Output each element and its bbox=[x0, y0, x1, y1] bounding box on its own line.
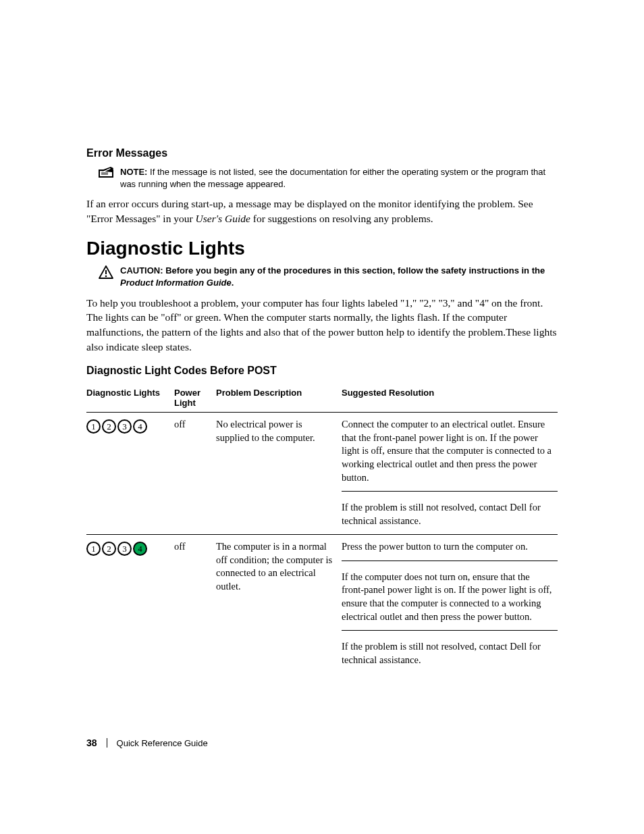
cell-desc: No electrical power is supplied to the c… bbox=[216, 413, 342, 492]
cell-lights: 1 2 3 4 bbox=[86, 413, 174, 492]
res-para: Press the power button to turn the compu… bbox=[342, 540, 552, 554]
diagnostic-lights-heading: Diagnostic Lights bbox=[86, 238, 558, 259]
error-messages-paragraph: If an error occurs during start-up, a me… bbox=[86, 197, 558, 226]
light-4-icon: 4 bbox=[133, 419, 147, 434]
th-res: Suggested Resolution bbox=[342, 384, 558, 413]
page-content: Error Messages NOTE: If the message is n… bbox=[86, 147, 558, 673]
caution-body-before: Before you begin any of the procedures i… bbox=[165, 265, 545, 276]
diagnostic-intro: To help you troubleshoot a problem, your… bbox=[86, 296, 558, 355]
cell-res: Press the power button to turn the compu… bbox=[342, 535, 558, 561]
cell-lights: 1 2 3 4 bbox=[86, 535, 174, 561]
error-messages-heading: Error Messages bbox=[86, 147, 558, 159]
light-4-icon: 4 bbox=[133, 542, 147, 556]
table-row: 1 2 3 4 off No electrical power is suppl… bbox=[86, 413, 558, 492]
table-row: If the problem is still not resolved, co… bbox=[86, 492, 558, 535]
diagnostic-table: Diagnostic Lights Power Light Problem De… bbox=[86, 384, 558, 673]
cell-res: If the problem is still not resolved, co… bbox=[342, 492, 558, 535]
note-body: If the message is not listed, see the do… bbox=[120, 167, 545, 189]
caution-text: CAUTION: Before you begin any of the pro… bbox=[120, 265, 558, 288]
note-icon bbox=[99, 167, 113, 179]
caution-body-italic: Product Information Guide bbox=[120, 278, 232, 288]
table-row: 1 2 3 4 off The computer is in a normal … bbox=[86, 535, 558, 561]
cell-power: off bbox=[174, 413, 216, 492]
cell-desc: The computer is in a normal off conditio… bbox=[216, 535, 342, 673]
light-3-icon: 3 bbox=[117, 419, 132, 434]
diag-codes-subheading: Diagnostic Light Codes Before POST bbox=[86, 365, 558, 377]
res-para: Connect the computer to an electrical ou… bbox=[342, 418, 552, 484]
light-pattern: 1 2 3 4 bbox=[86, 418, 169, 434]
table-header-row: Diagnostic Lights Power Light Problem De… bbox=[86, 384, 558, 413]
res-para: If the computer does not turn on, ensure… bbox=[342, 571, 552, 623]
para-after: for suggestions on resolving any problem… bbox=[250, 213, 433, 224]
cell-power: off bbox=[174, 535, 216, 561]
caution-callout: CAUTION: Before you begin any of the pro… bbox=[99, 265, 558, 288]
light-pattern: 1 2 3 4 bbox=[86, 540, 169, 556]
footer-divider bbox=[107, 738, 107, 748]
light-1-icon: 1 bbox=[86, 542, 101, 556]
caution-icon bbox=[99, 265, 113, 278]
light-2-icon: 2 bbox=[102, 419, 116, 434]
page-footer: 38 Quick Reference Guide bbox=[86, 737, 208, 748]
res-para: If the problem is still not resolved, co… bbox=[342, 640, 552, 667]
th-desc: Problem Description bbox=[216, 384, 342, 413]
svg-point-5 bbox=[105, 276, 107, 278]
caution-lead: CAUTION: bbox=[120, 265, 165, 276]
footer-doc-title: Quick Reference Guide bbox=[117, 738, 208, 748]
caution-body-after: . bbox=[232, 278, 234, 288]
th-power: Power Light bbox=[174, 384, 216, 413]
note-callout: NOTE: If the message is not listed, see … bbox=[99, 166, 558, 190]
cell-res: If the computer does not turn on, ensure… bbox=[342, 561, 558, 630]
note-text: NOTE: If the message is not listed, see … bbox=[120, 166, 558, 190]
light-3-icon: 3 bbox=[117, 542, 132, 556]
para-italic: User's Guide bbox=[196, 213, 250, 224]
th-lights: Diagnostic Lights bbox=[86, 384, 174, 413]
res-para: If the problem is still not resolved, co… bbox=[342, 501, 552, 527]
cell-res: Connect the computer to an electrical ou… bbox=[342, 413, 558, 492]
light-2-icon: 2 bbox=[102, 542, 116, 556]
note-lead: NOTE: bbox=[120, 167, 150, 177]
cell-res: If the problem is still not resolved, co… bbox=[342, 631, 558, 674]
light-1-icon: 1 bbox=[86, 419, 101, 434]
page-number: 38 bbox=[86, 737, 97, 748]
